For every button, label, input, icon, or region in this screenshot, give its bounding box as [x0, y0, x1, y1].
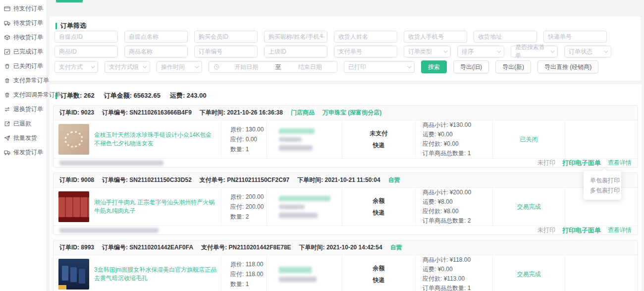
sidebar-item-completed[interactable]: 已完成订单: [0, 45, 47, 59]
order-count-label: 订单数:: [60, 92, 82, 99]
total-qty-value: 2: [468, 217, 471, 224]
orig-price-value: 200.00: [246, 193, 264, 200]
single-package-print-option[interactable]: 单包裹打印: [584, 175, 621, 185]
order-time: 下单时间: 2021-10-26 16:36:38: [200, 109, 283, 117]
receiver-phone-input[interactable]: [404, 31, 467, 43]
product-name-input[interactable]: [124, 46, 188, 58]
date-range-picker[interactable]: 开始日期 至 结束日期: [209, 61, 337, 73]
subtotal-label: 商品小计:: [423, 121, 448, 128]
order-status-select[interactable]: 订单状态: [564, 46, 611, 58]
export-old-button[interactable]: 导出(旧): [453, 60, 489, 73]
address-redacted: [59, 228, 159, 233]
delivery-method: 快递: [373, 209, 385, 217]
product-image: [58, 124, 89, 155]
qty-label: 数量:: [230, 146, 244, 153]
order-status-text: 已关闭: [520, 135, 538, 144]
sidebar-item-label: 待支付订单: [13, 4, 43, 13]
qty-value: 1: [246, 281, 249, 288]
active-tab-stub[interactable]: [56, 0, 83, 2]
pickup-point-name-input[interactable]: [124, 31, 188, 43]
export-new-button[interactable]: 导出(新): [495, 60, 531, 73]
buyer-cell-redacted: [267, 188, 342, 226]
sort-select[interactable]: 排序: [457, 46, 504, 58]
filter-section-title: 订单筛选: [50, 16, 641, 30]
orig-price-label: 原价:: [230, 261, 244, 268]
payment-sn: 支付单号: PN2110211150CF2C97: [200, 176, 289, 184]
pay-price-label: 应付:: [230, 136, 244, 143]
redacted-line: [279, 205, 305, 209]
sidebar-item-urge-shipment[interactable]: 催发货订单: [0, 145, 47, 160]
redacted-line: [279, 277, 317, 282]
order-tag: 自营: [388, 176, 400, 184]
select-placeholder: 排序: [462, 48, 474, 56]
pay-price-label: 应付:: [230, 203, 244, 210]
sidebar-item-pending-payment[interactable]: 待支付订单: [0, 1, 47, 16]
order-time: 下单时间: 2021-10-21 11:50:04: [297, 176, 380, 184]
buyer-member-id-input[interactable]: [194, 31, 258, 43]
product-title-link[interactable]: 潮汕手打牛肉丸 正宗老字号汕头潮州特产火锅牛筋丸纯肉丸子: [94, 198, 217, 215]
sidebar-item-label: 已完成订单: [13, 48, 43, 56]
sidebar-item-refunded[interactable]: 已退款: [0, 116, 47, 131]
green-bar-decoration: [55, 23, 57, 29]
order-card-body: 潮汕手打牛肉丸 正宗老字号汕头潮州特产火锅牛筋丸纯肉丸子 原价: 200.00 …: [54, 188, 638, 226]
search-button[interactable]: 搜索: [421, 60, 447, 73]
product-title-link[interactable]: 金枝玉叶天然淡水珍珠手链设计小众14K包金不褪色七夕礼物送女友: [94, 131, 217, 148]
totals-cell: 商品小计: ¥130.00 运费: ¥0.00 应付款: ¥0.00 订单商品总…: [415, 120, 492, 158]
first-order-select[interactable]: 是否搜索首单: [511, 46, 558, 58]
total-qty-label: 订单商品总数量:: [423, 150, 466, 157]
payment-method-group-select[interactable]: 支付方式组: [105, 61, 150, 73]
product-title-link[interactable]: 3盒韩国jm面膜女补水保湿美白官方旗舰店正品去黄气暗沉收缩毛孔: [94, 266, 217, 283]
date-separator: 至: [273, 63, 283, 71]
receiver-address-input[interactable]: [474, 31, 537, 43]
order-type-select[interactable]: 订单类型: [404, 46, 451, 58]
operate-time-select[interactable]: 操作时间: [157, 61, 202, 73]
view-detail-link[interactable]: 查看详情: [608, 159, 632, 167]
sidebar-item-pending-receipt[interactable]: 待收货订单: [0, 30, 47, 45]
pay-price-value: 200.00: [246, 203, 264, 210]
order-status-cell: 已关闭: [492, 120, 565, 158]
buyer-nickname-input[interactable]: [264, 31, 327, 43]
print-waybill-link[interactable]: 打印电子面单: [562, 226, 601, 235]
payment-method-select[interactable]: 支付方式: [54, 61, 98, 73]
freight-label: 运费:: [423, 266, 436, 273]
receiver-name-input[interactable]: [334, 31, 397, 43]
trash-alert-icon: [4, 92, 10, 98]
orig-price-label: 原价:: [230, 126, 244, 133]
pay-status: 余额: [373, 264, 385, 273]
order-card-body: 3盒韩国jm面膜女补水保湿美白官方旗舰店正品去黄气暗沉收缩毛孔 原价: 118.…: [54, 255, 638, 291]
package-icon: [4, 34, 10, 41]
sidebar-item-payment-exception[interactable]: 支付异常订单: [0, 73, 47, 88]
sidebar-item-label: 支付回调异常订单: [13, 91, 61, 99]
tracking-number-input[interactable]: [543, 31, 607, 43]
sidebar-item-callback-exception[interactable]: 支付回调异常订单: [0, 88, 47, 102]
end-date-field[interactable]: 结束日期: [283, 63, 337, 71]
product-cell: 潮汕手打牛肉丸 正宗老字号汕头潮州特产火锅牛筋丸纯肉丸子: [54, 188, 221, 226]
price-cell: 原价: 118.00 应付: 118.00 数量: 1: [221, 255, 267, 291]
product-cell: 金枝玉叶天然淡水珍珠手链设计小众14K包金不褪色七夕礼物送女友: [54, 120, 221, 158]
printed-status-select[interactable]: 已打印: [344, 61, 415, 73]
sidebar-item-pending-shipment[interactable]: 待发货订单: [0, 16, 47, 30]
sidebar-item-batch-shipment[interactable]: 批量发货: [0, 131, 47, 145]
sidebar-item-returns[interactable]: 退换货订单: [0, 102, 47, 116]
multi-package-print-option[interactable]: 多包裹打印: [584, 185, 621, 195]
select-placeholder: 订单状态: [569, 48, 592, 56]
order-card-body: 金枝玉叶天然淡水珍珠手链设计小众14K包金不褪色七夕礼物送女友 原价: 130.…: [54, 120, 638, 158]
start-date-field[interactable]: 开始日期: [219, 63, 273, 71]
chevron-down-icon: [195, 64, 199, 68]
payable-label: 应付款:: [423, 275, 442, 282]
sidebar-item-label: 退换货订单: [13, 105, 43, 114]
sidebar-item-closed[interactable]: 已关闭订单: [0, 59, 47, 73]
print-waybill-link[interactable]: 打印电子面单: [562, 159, 601, 168]
order-sn-input[interactable]: [194, 46, 258, 58]
export-direct-button[interactable]: 导出直推 (经销商): [537, 60, 598, 73]
view-detail-link[interactable]: 查看详情: [608, 226, 632, 234]
parent-id-input[interactable]: [264, 46, 327, 58]
totals-cell: 商品小计: ¥200.00 运费: ¥8.00 应付款: ¥8.00 订单商品总…: [415, 188, 492, 226]
payment-sn-input[interactable]: [334, 46, 397, 58]
product-cell: 3盒韩国jm面膜女补水保湿美白官方旗舰店正品去黄气暗沉收缩毛孔: [54, 255, 221, 291]
freight-label: 运费:: [170, 92, 185, 99]
not-printed-status: 未打印: [537, 159, 555, 167]
product-id-input[interactable]: [54, 46, 118, 58]
pickup-point-id-input[interactable]: [54, 31, 118, 43]
redacted-line: [279, 267, 312, 273]
